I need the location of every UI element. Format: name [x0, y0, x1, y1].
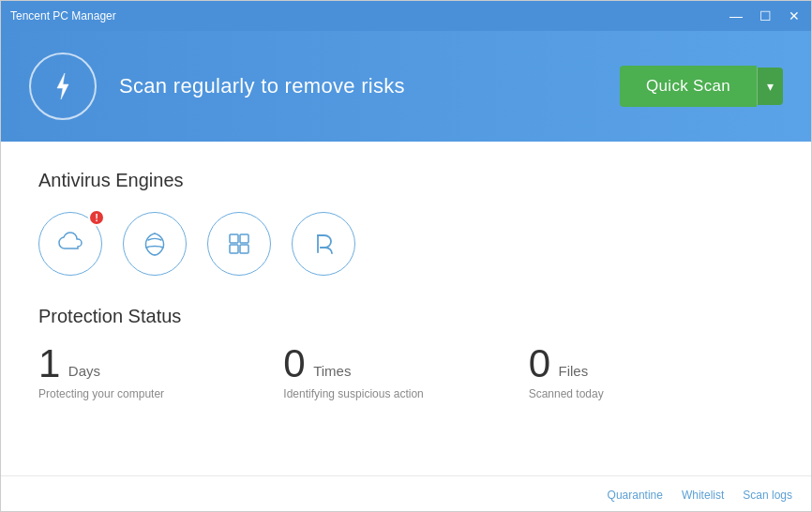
windows-engine-icon — [225, 230, 253, 258]
stat-files-unit: Files — [558, 363, 588, 384]
protection-title: Protection Status — [38, 306, 774, 327]
stat-times-desc: Identifying suspicious action — [283, 387, 528, 400]
stat-files-number: 0 — [529, 341, 550, 385]
stat-days-desc: Protecting your computer — [38, 387, 283, 400]
cloud-engine-icon — [54, 228, 86, 260]
footer: Quarantine Whitelist Scan logs — [1, 475, 811, 512]
window-controls: — ☐ ✕ — [728, 8, 802, 24]
svg-rect-3 — [230, 245, 238, 253]
stat-times: 0 Times Identifying suspicious action — [283, 344, 528, 400]
engine-cloud: ! — [38, 212, 102, 276]
lightning-icon — [46, 69, 80, 103]
header-icon-circle — [29, 53, 97, 120]
stats-row: 1 Days Protecting your computer 0 Times … — [38, 344, 774, 400]
stat-times-value-row: 0 Times — [283, 344, 528, 384]
quick-scan-dropdown-button[interactable]: ▾ — [757, 68, 783, 105]
stat-times-number: 0 — [283, 341, 305, 385]
stat-days-value-row: 1 Days — [38, 344, 283, 384]
stat-days: 1 Days Protecting your computer — [38, 344, 283, 400]
bitdefender-engine-icon — [308, 228, 339, 260]
tencent-engine-icon — [139, 228, 171, 260]
engine-bitdefender — [292, 212, 355, 276]
stat-files: 0 Files Scanned today — [529, 344, 774, 400]
antivirus-title: Antivirus Engines — [38, 170, 774, 191]
whitelist-link[interactable]: Whitelist — [682, 489, 724, 502]
app-title: Tencent PC Manager — [10, 9, 116, 23]
svg-rect-2 — [240, 234, 248, 243]
header-tagline: Scan regularly to remove risks — [119, 74, 597, 98]
engine-tencent — [123, 212, 187, 276]
maximize-button[interactable]: ☐ — [758, 8, 774, 24]
main-content: Antivirus Engines ! — [1, 142, 811, 475]
protection-section: Protection Status 1 Days Protecting your… — [38, 306, 774, 400]
minimize-button[interactable]: — — [728, 8, 744, 24]
quarantine-link[interactable]: Quarantine — [608, 489, 663, 502]
header-banner: Scan regularly to remove risks Quick Sca… — [1, 31, 811, 142]
svg-rect-1 — [230, 234, 238, 243]
stat-files-value-row: 0 Files — [529, 344, 774, 384]
engines-row: ! — [38, 212, 774, 276]
stat-days-unit: Days — [68, 363, 100, 384]
stat-days-number: 1 — [38, 341, 60, 385]
cloud-engine-badge: ! — [88, 209, 105, 226]
svg-rect-4 — [240, 245, 248, 253]
quick-scan-button[interactable]: Quick Scan — [620, 66, 757, 107]
title-bar: Tencent PC Manager — ☐ ✕ — [1, 1, 811, 31]
svg-marker-0 — [57, 73, 68, 99]
stat-times-unit: Times — [313, 363, 351, 384]
stat-files-desc: Scanned today — [529, 387, 774, 400]
close-button[interactable]: ✕ — [787, 8, 802, 24]
antivirus-section: Antivirus Engines ! — [38, 170, 774, 276]
engine-windows — [207, 212, 271, 276]
quick-scan-wrapper: Quick Scan ▾ — [620, 66, 783, 107]
scan-logs-link[interactable]: Scan logs — [743, 489, 792, 502]
